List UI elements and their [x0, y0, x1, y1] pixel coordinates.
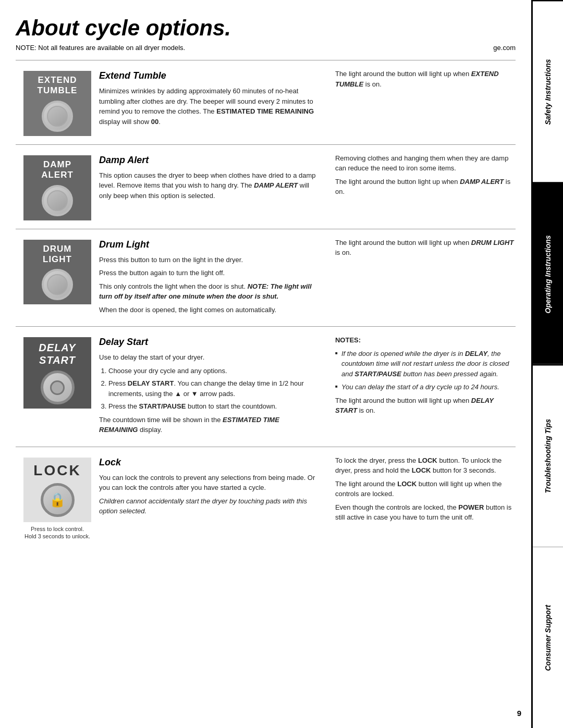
damp-alert-icon-box: DAMP ALERT	[23, 155, 91, 220]
extend-tumble-icon-box: EXTEND TUMBLE	[23, 71, 91, 136]
website-link: ge.com	[493, 44, 516, 52]
drum-light-button-inner	[47, 274, 68, 295]
drum-light-p1: Press this button to turn on the light i…	[99, 255, 320, 265]
delay-start-footer: The countdown time will be shown in the …	[99, 415, 320, 435]
lock-right-p1: To lock the dryer, press the LOCK button…	[335, 455, 516, 476]
extend-tumble-section: EXTEND TUMBLE Extend Tumble Minimizes wr…	[16, 60, 516, 144]
lock-left: Lock You can lock the controls to preven…	[99, 455, 320, 540]
damp-alert-label-line1: DAMP	[43, 159, 71, 170]
sidebar: Safety Instructions Operating Instructio…	[533, 0, 563, 728]
lock-desc1: You can lock the controls to prevent any…	[99, 473, 320, 493]
lock-desc2: Children cannot accidentally start the d…	[99, 496, 320, 516]
damp-alert-light-text: The light around the button light up whe…	[335, 177, 516, 197]
damp-alert-right: Removing clothes and hanging them when t…	[330, 153, 516, 220]
drum-light-p3: This only controls the light when the do…	[99, 281, 320, 302]
delay-start-icon-box: DELAY START	[23, 337, 91, 409]
drum-light-left: Drum Light Press this button to turn on …	[99, 238, 320, 318]
damp-alert-removing-text: Removing clothes and hanging them when t…	[335, 153, 516, 174]
delay-start-body: Delay Start Use to delay the start of yo…	[99, 335, 516, 438]
page-title: About cycle options.	[16, 16, 516, 41]
lock-right: To lock the dryer, press the LOCK button…	[330, 455, 516, 540]
lock-right-p2: The light around the LOCK button will li…	[335, 479, 516, 499]
sidebar-operating-label: Operating Instructions	[544, 235, 552, 313]
sidebar-tab-safety: Safety Instructions	[533, 0, 563, 182]
extend-tumble-label-line1: EXTEND	[38, 75, 77, 85]
sidebar-tab-consumer: Consumer Support	[533, 547, 563, 729]
delay-start-notes-list: If the door is opened while the dryer is…	[335, 349, 516, 392]
lock-right-p3: Even though the controls are locked, the…	[335, 502, 516, 523]
lock-body: Lock You can lock the controls to preven…	[99, 455, 516, 540]
lock-press-label: Press to lock control. Hold 3 seconds to…	[25, 525, 90, 540]
damp-alert-left: Damp Alert This option causes the dryer …	[99, 153, 320, 220]
extend-tumble-right: The light around the button will light u…	[330, 69, 516, 136]
damp-alert-section: DAMP ALERT Damp Alert This option causes…	[16, 144, 516, 229]
lock-button: 🔒	[41, 483, 75, 517]
delay-start-right: NOTES: If the door is opened while the d…	[330, 335, 516, 438]
sidebar-troubleshooting-label: Troubleshooting Tips	[544, 419, 552, 493]
delay-start-section: DELAY START Delay Start Use to delay the…	[16, 326, 516, 447]
damp-alert-label-line2: ALERT	[41, 170, 74, 180]
drum-light-p4: When the door is opened, the light comes…	[99, 305, 320, 315]
lock-icon-box: LOCK 🔒	[23, 458, 91, 523]
drum-light-right: The light around the button will light u…	[330, 238, 516, 318]
drum-light-icon-box: DRUM LIGHT	[23, 240, 91, 305]
damp-alert-body: Damp Alert This option causes the dryer …	[99, 153, 516, 220]
delay-start-light-text: The light around the button will light u…	[335, 396, 516, 416]
damp-alert-button-inner	[47, 190, 68, 211]
lock-section: LOCK 🔒 Press to lock control. Hold 3 sec…	[16, 447, 516, 549]
sidebar-tab-operating: Operating Instructions	[533, 182, 563, 365]
delay-start-step2: Press DELAY START. You can change the de…	[108, 378, 320, 399]
delay-start-label: DELAY START	[26, 341, 89, 366]
delay-start-note1: If the door is opened while the dryer is…	[335, 349, 516, 379]
lock-heading: Lock	[99, 455, 320, 470]
sidebar-safety-label: Safety Instructions	[544, 59, 552, 125]
delay-start-icon-block: DELAY START	[16, 335, 99, 438]
extend-tumble-light-text: The light around the button will light u…	[335, 69, 516, 89]
delay-start-steps: Choose your dry cycle and any options. P…	[99, 366, 320, 412]
note-text: NOTE: Not all features are available on …	[16, 44, 185, 52]
extend-tumble-heading: Extend Tumble	[99, 69, 320, 83]
delay-start-button	[41, 371, 75, 404]
drum-light-heading: Drum Light	[99, 238, 320, 252]
lock-icon: 🔒	[49, 492, 66, 508]
sidebar-tab-troubleshooting: Troubleshooting Tips	[533, 364, 563, 547]
extend-tumble-left: Extend Tumble Minimizes wrinkles by addi…	[99, 69, 320, 136]
page-number: 9	[517, 709, 521, 718]
lock-label: LOCK	[33, 462, 81, 479]
damp-alert-heading: Damp Alert	[99, 153, 320, 167]
extend-tumble-icon-block: EXTEND TUMBLE	[16, 69, 99, 136]
drum-light-label-line1: DRUM	[43, 244, 72, 254]
drum-light-body: Drum Light Press this button to turn on …	[99, 238, 516, 318]
delay-start-heading: Delay Start	[99, 335, 320, 349]
delay-start-step1: Choose your dry cycle and any options.	[108, 366, 320, 376]
drum-light-button	[42, 269, 73, 300]
extend-tumble-button-inner	[47, 106, 68, 127]
extend-tumble-button	[42, 101, 73, 132]
extend-tumble-body: Extend Tumble Minimizes wrinkles by addi…	[99, 69, 516, 136]
damp-alert-desc: This option causes the dryer to beep whe…	[99, 170, 320, 201]
drum-light-label-line2: LIGHT	[43, 254, 72, 265]
delay-start-button-inner	[50, 380, 65, 395]
drum-light-icon-block: DRUM LIGHT	[16, 238, 99, 318]
delay-start-left: Delay Start Use to delay the start of yo…	[99, 335, 320, 438]
drum-light-p2: Press the button again to turn the light…	[99, 268, 320, 278]
extend-tumble-desc: Minimizes wrinkles by adding approximate…	[99, 86, 320, 127]
delay-start-note2: You can delay the start of a dry cycle u…	[335, 382, 516, 392]
delay-start-intro: Use to delay the start of your dryer.	[99, 352, 320, 363]
damp-alert-button	[42, 185, 73, 216]
drum-light-light-text: The light around the button will light u…	[335, 238, 516, 258]
drum-light-section: DRUM LIGHT Drum Light Press this button …	[16, 229, 516, 327]
damp-alert-icon-block: DAMP ALERT	[16, 153, 99, 220]
lock-icon-block: LOCK 🔒 Press to lock control. Hold 3 sec…	[16, 455, 99, 540]
extend-tumble-label-line2: TUMBLE	[38, 85, 78, 96]
delay-start-notes-label: NOTES:	[335, 335, 516, 346]
delay-start-step3: Press the START/PAUSE button to start th…	[108, 401, 320, 412]
sidebar-consumer-label: Consumer Support	[544, 604, 552, 671]
